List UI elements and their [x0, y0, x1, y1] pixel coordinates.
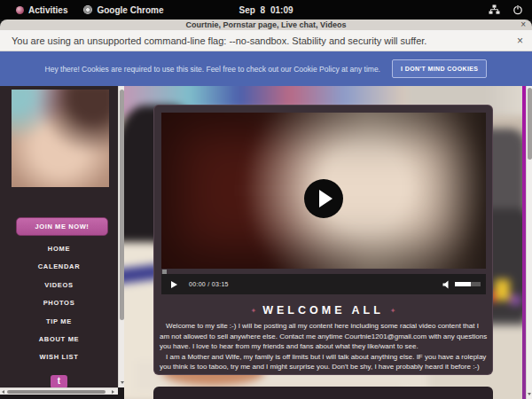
sidebar-item-about-me[interactable]: ABOUT ME — [0, 331, 118, 348]
cookie-accept-button[interactable]: I DON'T MIND COOKIES — [392, 59, 487, 78]
sidebar-nav: HOME CALENDAR VIDEOS PHOTOS TIP ME ABOUT… — [0, 240, 118, 367]
window-title: Courtnie, Pornstar page, Live chat, Vide… — [186, 20, 347, 29]
gift-yellow — [495, 279, 510, 301]
sidebar-item-tip-me[interactable]: TIP ME — [0, 313, 118, 331]
network-icon[interactable] — [489, 4, 500, 15]
welcome-title-row: ✦WELCOME ALL✦ — [154, 304, 492, 317]
join-me-now-button[interactable]: JOIN ME NOW! — [16, 217, 108, 236]
volume-level-rest — [471, 282, 481, 286]
warning-message: You are using an unsupported command-lin… — [12, 35, 426, 46]
sidebar-item-photos[interactable]: PHOTOS — [0, 294, 118, 312]
sidebar-item-wish-list[interactable]: WISH LIST — [0, 348, 118, 366]
diamond-icon: ✦ — [245, 307, 263, 315]
main-vertical-scrollbar[interactable] — [526, 86, 532, 399]
volume-level-fill — [455, 282, 471, 286]
cookie-banner: Hey there! Cookies are required to use t… — [0, 51, 532, 86]
sidebar-item-videos[interactable]: VIDEOS — [0, 277, 118, 294]
gift-purple — [510, 295, 521, 305]
main-vertical-scrollbar-thumb[interactable] — [528, 88, 532, 160]
next-card-top-edge — [153, 387, 493, 399]
welcome-title: WELCOME ALL — [262, 304, 384, 317]
controls-play-icon[interactable] — [171, 281, 177, 288]
cookie-message: Hey there! Cookies are required to use t… — [45, 65, 380, 74]
play-icon — [319, 190, 332, 207]
clock-button[interactable]: Sep 8 01:09 — [0, 5, 532, 15]
sidebar-horizontal-scrollbar[interactable] — [0, 387, 118, 395]
welcome-text: Welcome to my site :-) I will be posting… — [160, 321, 489, 372]
diamond-icon: ✦ — [384, 307, 403, 315]
sidebar-item-home[interactable]: HOME — [0, 240, 118, 258]
sidebar-horizontal-scrollbar-thumb[interactable] — [7, 390, 106, 395]
chrome-warning-bar: You are using an unsupported command-lin… — [0, 30, 532, 51]
video-controls-bar: 00:00 / 03:15 — [161, 274, 486, 294]
page-content: JOIN ME NOW! HOME CALENDAR VIDEOS PHOTOS… — [0, 86, 532, 399]
video-player[interactable] — [161, 113, 486, 269]
sidebar-scroll-left-arrow[interactable] — [2, 390, 4, 394]
volume-control[interactable] — [442, 280, 481, 289]
welcome-paragraph-1: Welcome to my site :-) I will be posting… — [160, 321, 489, 352]
welcome-paragraph-2: I am a Mother and Wife, my family is off… — [160, 352, 489, 372]
welcome-card: 00:00 / 03:15 ✦WELCOME ALL✦ Welcome to m… — [153, 105, 493, 375]
speaker-icon — [442, 280, 451, 289]
video-time-display: 00:00 / 03:15 — [189, 281, 229, 287]
sidebar: JOIN ME NOW! HOME CALENDAR VIDEOS PHOTOS… — [0, 86, 118, 387]
profile-photo — [12, 90, 109, 187]
profile-photo-blur — [12, 90, 109, 187]
warning-close-icon[interactable]: × — [517, 35, 523, 47]
power-icon[interactable] — [512, 4, 523, 15]
system-top-bar: Activities Google Chrome Sep 8 01:09 — [0, 0, 532, 20]
sidebar-vertical-scrollbar[interactable] — [118, 86, 124, 387]
tumblr-icon[interactable]: t — [51, 375, 67, 387]
main-scroll-down-arrow[interactable] — [528, 393, 531, 395]
sidebar-scroll-right-arrow[interactable] — [112, 390, 114, 394]
window-close-icon[interactable]: × — [520, 20, 526, 30]
browser-title-bar: Courtnie, Pornstar page, Live chat, Vide… — [0, 20, 532, 30]
sidebar-scroll-down-arrow[interactable] — [121, 381, 124, 384]
sidebar-item-calendar[interactable]: CALENDAR — [0, 258, 118, 276]
video-play-button[interactable] — [304, 179, 343, 218]
sidebar-vertical-scrollbar-thumb[interactable] — [120, 90, 124, 320]
